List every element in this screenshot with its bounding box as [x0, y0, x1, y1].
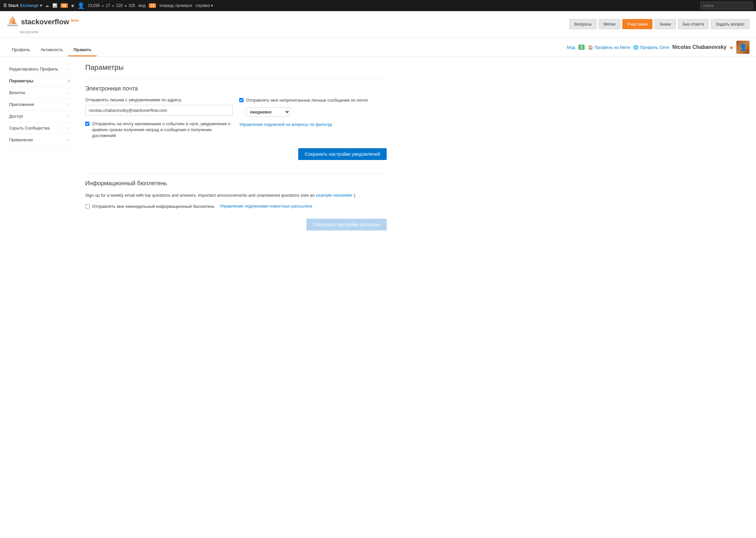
chevron-right-icon: › [68, 67, 70, 72]
manage-subscriptions-link[interactable]: Управление подписками новостных рассылко… [220, 204, 312, 208]
diamond-icon: ◆ [71, 3, 74, 8]
sidebar-item-label: Приложения [9, 102, 34, 107]
email-left-column: Отправлять письма с уведомлениями по адр… [85, 97, 233, 143]
logo-text: stackoverflow beta [21, 18, 79, 26]
mod-link[interactable]: Мод [567, 45, 576, 50]
logo-subtitle: на русском [20, 30, 38, 34]
sidebar-item-label: Редактировать Профиль [9, 67, 58, 72]
email-section: Электронная почта Отправлять письма с ув… [85, 85, 387, 160]
sidebar-item-edit-profile[interactable]: Редактировать Профиль › [7, 63, 72, 75]
sidebar-item-apps[interactable]: Приложения › [7, 99, 72, 111]
gold-dot: ● [102, 4, 104, 8]
bronze-dot: ● [125, 4, 126, 8]
sidebar-item-label: Привилегии [9, 137, 33, 142]
tags-nav[interactable]: Метки [598, 19, 620, 29]
profile-tabs: Профиль Активность Править [7, 44, 97, 56]
profile-badge-count: 2 [579, 45, 584, 50]
weekly-newsletter-checkbox[interactable] [85, 204, 89, 208]
events-label: Отправлять на почту напоминания о событи… [92, 121, 233, 139]
avatar-icon: 👤 [77, 2, 84, 9]
unread-pm-checkbox[interactable] [239, 98, 243, 102]
bronze-count: 326 [128, 3, 135, 8]
brand-se: Stack [8, 3, 19, 8]
help-dropdown-icon: ▾ [211, 3, 213, 8]
chart-icon: 📊 [52, 3, 57, 8]
topbar-brand[interactable]: ☰ StackExchange ▾ [3, 3, 42, 8]
inbox-badge[interactable]: 58 [61, 3, 68, 8]
dropdown-arrow-icon[interactable]: ▾ [40, 3, 42, 8]
newsletter-description: Sign up for a weekly email with top ques… [85, 192, 387, 199]
chevron-right-icon: › [68, 126, 70, 131]
silver-count: 120 [116, 3, 123, 8]
meta-profile-link[interactable]: 🏠 Профиль на Мете [588, 45, 630, 50]
help-link[interactable]: справка ▾ [196, 3, 213, 8]
events-checkbox-row: Отправлять на почту напоминания о событи… [85, 121, 233, 139]
topbar: ☰ StackExchange ▾ ☁ 📊 58 ◆ 👤 23,036 ● 17… [0, 0, 756, 11]
chevron-right-icon: › [68, 90, 70, 95]
send-label: Отправлять письма с уведомлениями по адр… [85, 97, 233, 102]
weekly-newsletter-checkbox-row: Отправлять мне еженедельный информационн… [85, 204, 387, 209]
site-navigation: Вопросы Метки Участники Знаки Без ответа… [569, 19, 749, 29]
newsletter-section: Информационный бюллетень Sign up for a w… [85, 180, 387, 231]
mod-diamond-icon: ◆ [730, 45, 733, 50]
sidebar-item-label: Визитка [9, 90, 25, 95]
users-nav[interactable]: Участники [622, 19, 652, 29]
sidebar-item-access[interactable]: Доступ › [7, 111, 72, 122]
user-score: 23,036 [88, 3, 100, 8]
frequency-select[interactable]: ежедневно немедленно еженедельно никогда [246, 107, 290, 117]
sidebar-item-settings[interactable]: Параметры › [7, 75, 72, 87]
mod-count-badge[interactable]: 13 [149, 3, 156, 8]
avatar: 👤 [736, 41, 749, 54]
sidebar-item-label: Скрыть Сообщества [9, 126, 50, 131]
meta-icon: 🏠 [588, 45, 593, 50]
tab-profile[interactable]: Профиль [7, 44, 35, 56]
badges-nav[interactable]: Знаки [654, 19, 676, 29]
svg-rect-1 [7, 24, 18, 24]
review-queue-link[interactable]: очередь проверок [159, 3, 192, 8]
tab-edit[interactable]: Править [68, 44, 97, 56]
main-container: Редактировать Профиль › Параметры › Визи… [0, 57, 393, 250]
save-newsletter-button[interactable]: Сохранить настройки рассылки [306, 219, 387, 231]
site-logo[interactable]: stackoverflow beta на русском [7, 15, 79, 34]
unanswered-nav[interactable]: Без ответа [678, 19, 709, 29]
menu-icon: ☰ [3, 3, 7, 8]
events-checkbox[interactable] [85, 122, 89, 126]
network-icon: 🌐 [633, 45, 638, 50]
cloud-icon: ☁ [45, 3, 49, 8]
email-input[interactable] [85, 105, 233, 116]
sidebar: Редактировать Профиль › Параметры › Визи… [7, 63, 72, 243]
chevron-right-icon: › [68, 114, 70, 119]
brand-exchange: Exchange [20, 3, 39, 8]
newsletter-section-actions: Сохранить настройки рассылки [85, 213, 387, 231]
sidebar-item-label: Параметры [9, 79, 33, 83]
example-newsletter-link[interactable]: example newsletter [316, 193, 353, 198]
chevron-right-icon: › [68, 79, 70, 83]
email-grid: Отправлять письма с уведомлениями по адр… [85, 97, 387, 143]
content-area: Параметры Электронная почта Отправлять п… [72, 63, 387, 243]
network-profile-link[interactable]: 🌐 Профиль Сети [633, 45, 669, 50]
sidebar-item-business-card[interactable]: Визитка › [7, 87, 72, 99]
sidebar-item-label: Доступ [9, 114, 23, 119]
page-title: Параметры [85, 63, 387, 72]
questions-nav[interactable]: Вопросы [569, 19, 596, 29]
logo-icon [7, 15, 18, 29]
newsletter-section-title: Информационный бюллетень [85, 180, 387, 187]
profile-header: Профиль Активность Править Мод 2 🏠 Профи… [0, 37, 756, 57]
save-notifications-button[interactable]: Сохранить настройки уведомлений [298, 148, 387, 160]
svg-rect-0 [7, 25, 18, 26]
sidebar-item-hide-communities[interactable]: Скрыть Сообщества › [7, 122, 72, 134]
weekly-newsletter-label: Отправлять мне еженедельный информационн… [92, 204, 215, 209]
sidebar-item-privileges[interactable]: Привилегии ⎋ [7, 134, 72, 146]
username: Nicolas Chabanovsky [673, 44, 727, 50]
tab-activity[interactable]: Активность [35, 44, 68, 56]
silver-dot: ● [112, 4, 114, 8]
filter-subscription-link[interactable]: Управление подпиской на вопросы по фильт… [239, 122, 332, 127]
search-container [700, 2, 753, 10]
chevron-right-icon: › [68, 102, 70, 107]
unread-pm-checkbox-row: Отправлять мне непрочитанные личные сооб… [239, 97, 387, 103]
section-divider [85, 79, 387, 79]
profile-user-info: Мод 2 🏠 Профиль на Мете 🌐 Профиль Сети N… [567, 41, 749, 56]
ask-question-nav[interactable]: Задать вопрос [711, 19, 749, 29]
user-stats: 23,036 ● 17 ● 120 ● 326 [88, 3, 135, 8]
search-input[interactable] [700, 2, 753, 10]
